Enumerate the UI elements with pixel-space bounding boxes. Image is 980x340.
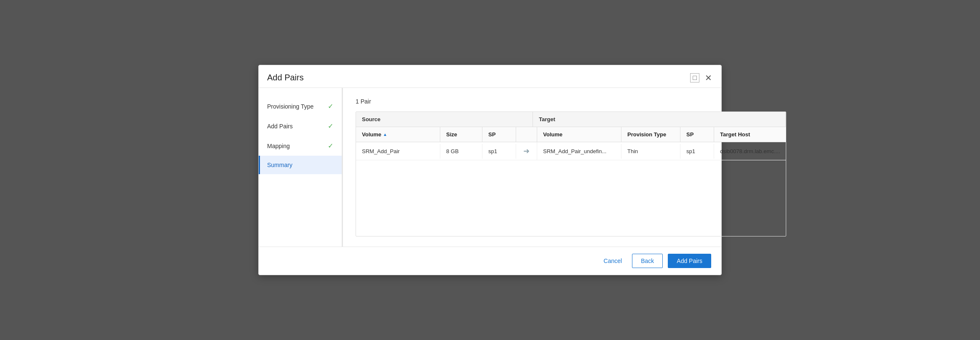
cell-provision-type: Thin — [621, 144, 680, 159]
table-section-header: Source Target — [356, 112, 786, 127]
sidebar-item-label: Add Pairs — [267, 123, 293, 130]
table-row: SRM_Add_Pair 8 GB sp1 ➜ SRM_Add_Pair_und… — [356, 142, 786, 160]
maximize-icon[interactable]: □ — [690, 73, 699, 82]
main-content: 1 Pair Source Target Volume ▲ Size SP V — [343, 88, 799, 247]
section-header-target: Target — [533, 112, 786, 127]
sidebar-item-label: Mapping — [267, 143, 290, 149]
cell-sp-tgt: sp1 — [680, 144, 714, 159]
back-button[interactable]: Back — [632, 254, 663, 268]
cell-target-host: dsib0078.drm.lab.emc.... — [714, 144, 786, 159]
cell-volume-tgt: SRM_Add_Pair_undefin... — [537, 144, 621, 159]
pair-count: 1 Pair — [356, 98, 786, 105]
cancel-button[interactable]: Cancel — [599, 254, 627, 268]
sidebar-item-summary[interactable]: Summary — [259, 156, 342, 174]
pairs-table: Source Target Volume ▲ Size SP Volume Pr… — [356, 112, 786, 236]
col-header-sp-src[interactable]: SP — [482, 127, 516, 142]
add-pairs-button[interactable]: Add Pairs — [668, 254, 711, 268]
col-header-volume-src[interactable]: Volume ▲ — [356, 127, 440, 142]
dialog-footer: Cancel Back Add Pairs — [259, 247, 721, 275]
sidebar: Provisioning Type ✓ Add Pairs ✓ Mapping … — [259, 88, 343, 247]
cell-sp-src: sp1 — [482, 144, 516, 159]
cell-size: 8 GB — [440, 144, 482, 159]
cell-arrow: ➜ — [516, 142, 537, 160]
table-col-header: Volume ▲ Size SP Volume Provision Type S… — [356, 127, 786, 142]
col-header-arrow — [516, 127, 537, 142]
section-header-source: Source — [356, 112, 533, 127]
sidebar-item-label: Provisioning Type — [267, 103, 313, 110]
dialog-body: Provisioning Type ✓ Add Pairs ✓ Mapping … — [259, 88, 721, 247]
col-header-size[interactable]: Size — [440, 127, 482, 142]
add-pairs-dialog: Add Pairs □ ✕ Provisioning Type ✓ Add Pa… — [258, 65, 722, 275]
sidebar-check-provisioning: ✓ — [328, 102, 333, 110]
arrow-right-icon: ➜ — [523, 146, 530, 156]
sidebar-item-mapping[interactable]: Mapping ✓ — [259, 136, 342, 156]
dialog-header-icons: □ ✕ — [690, 73, 713, 82]
sort-arrow-icon: ▲ — [383, 132, 387, 137]
col-header-sp-tgt[interactable]: SP — [680, 127, 714, 142]
dialog-header: Add Pairs □ ✕ — [259, 65, 721, 88]
close-icon[interactable]: ✕ — [704, 73, 713, 82]
sidebar-check-mapping: ✓ — [328, 142, 333, 150]
col-header-target-host[interactable]: Target Host — [714, 127, 786, 142]
sidebar-item-label: Summary — [267, 162, 292, 168]
sidebar-check-add-pairs: ✓ — [328, 122, 333, 130]
sidebar-item-add-pairs[interactable]: Add Pairs ✓ — [259, 116, 342, 136]
col-header-provision-type[interactable]: Provision Type — [621, 127, 680, 142]
dialog-title: Add Pairs — [267, 73, 304, 82]
sidebar-item-provisioning-type[interactable]: Provisioning Type ✓ — [259, 96, 342, 116]
cell-volume-src: SRM_Add_Pair — [356, 144, 440, 159]
col-header-volume-tgt[interactable]: Volume — [537, 127, 621, 142]
